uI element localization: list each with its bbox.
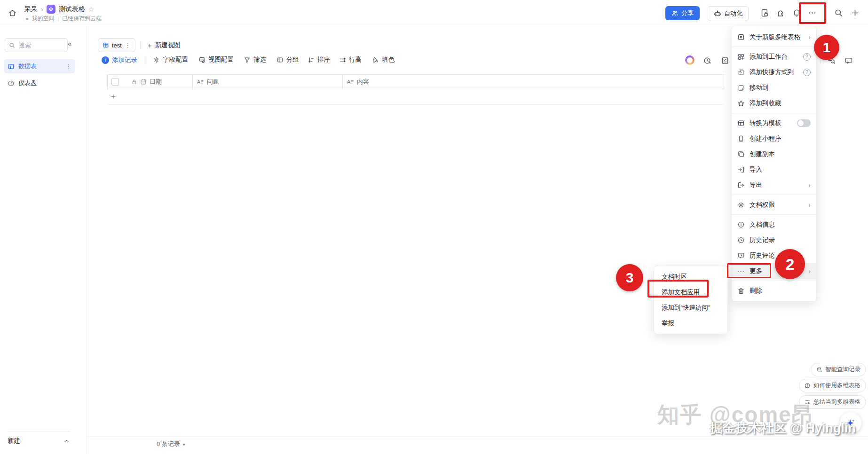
sidebar-item-label: 数据表 xyxy=(18,62,37,70)
view-config-button[interactable]: 视图配置 xyxy=(198,55,234,64)
search-button[interactable] xyxy=(832,7,844,19)
table-icon xyxy=(8,63,15,70)
template-button[interactable] xyxy=(758,7,771,19)
column-header-content[interactable]: A 内容 xyxy=(343,75,724,89)
search-input[interactable] xyxy=(18,41,57,49)
doc-icon xyxy=(47,5,55,14)
help-icon[interactable]: ? xyxy=(803,53,811,61)
new-label: 新建 xyxy=(8,437,20,445)
menu-item-doc-permission[interactable]: 文档权限 › xyxy=(732,197,816,212)
star-icon[interactable]: ☆ xyxy=(88,6,95,13)
tab-more-icon[interactable]: ⋮ xyxy=(125,42,131,49)
form-button[interactable] xyxy=(719,55,731,67)
robot-icon xyxy=(714,10,721,17)
breadcrumb-separator-icon: › xyxy=(41,6,43,13)
record-count[interactable]: 0 条记录 ▾ xyxy=(157,440,185,448)
column-label: 内容 xyxy=(357,78,369,86)
automation-button[interactable]: 自动化 xyxy=(708,6,749,21)
export-icon xyxy=(737,181,745,189)
tab-divider xyxy=(140,41,141,48)
annotation-box-more-item xyxy=(727,263,771,278)
calendar-icon xyxy=(140,78,147,85)
group-button[interactable]: 分组 xyxy=(276,55,299,64)
add-record-button[interactable]: + 添加记录 xyxy=(102,56,137,64)
add-row-button[interactable]: + xyxy=(107,89,724,105)
annotation-box-more-button xyxy=(799,2,826,24)
import-icon xyxy=(737,166,745,173)
question-chat-icon xyxy=(805,383,811,389)
breadcrumb-parent[interactable]: 呆呆 xyxy=(24,5,38,14)
sidebar: « 数据表 ⋮ 仪表盘 新建 xyxy=(0,26,87,454)
row-height-label: 行高 xyxy=(349,55,362,64)
collapse-sidebar-icon[interactable]: « xyxy=(68,39,71,47)
new-view-button[interactable]: + 新建视图 xyxy=(148,41,181,49)
help-icon[interactable]: ? xyxy=(803,69,811,76)
menu-item-delete[interactable]: 删除 xyxy=(732,283,816,298)
file-lock-icon xyxy=(760,8,769,17)
widgets-button[interactable] xyxy=(774,7,787,19)
fill-color-button[interactable]: 填色 xyxy=(372,55,395,64)
row-height-button[interactable]: 行高 xyxy=(339,55,362,64)
collaborator-avatar[interactable] xyxy=(685,55,694,65)
smart-query-icon xyxy=(816,367,822,373)
view-config-icon xyxy=(198,56,205,63)
menu-item-add-to-workbench[interactable]: 添加到工作台 ? xyxy=(732,49,816,64)
info-icon xyxy=(737,221,745,228)
comment-button[interactable] xyxy=(843,55,855,67)
doc-title[interactable]: 测试表格 xyxy=(59,5,85,14)
menu-item-duplicate[interactable]: 创建副本 xyxy=(732,146,816,162)
menu-item-doc-info[interactable]: 文档信息 xyxy=(732,217,816,232)
gear-icon xyxy=(153,56,160,63)
column-header-question[interactable]: A 问题 xyxy=(193,75,343,89)
more-submenu: 文档时区 添加文档应用 添加到“快速访问” 举报 xyxy=(654,266,728,334)
template-toggle[interactable] xyxy=(797,119,811,127)
automation-label: 自动化 xyxy=(724,9,742,18)
add-button[interactable] xyxy=(849,7,861,19)
plus-icon xyxy=(851,8,860,17)
copy-icon xyxy=(737,150,745,158)
home-button[interactable] xyxy=(6,7,18,19)
row-height-icon xyxy=(339,56,346,63)
space-label[interactable]: 我的空间 xyxy=(32,15,54,23)
sidebar-item-datatable[interactable]: 数据表 ⋮ xyxy=(4,59,75,73)
menu-item-import[interactable]: 导入 xyxy=(732,162,816,177)
field-config-label: 字段配置 xyxy=(163,55,188,64)
share-button[interactable]: 分享 xyxy=(665,6,700,20)
how-to-use-button[interactable]: 如何使用多维表格 xyxy=(799,379,866,392)
sort-button[interactable]: 排序 xyxy=(308,55,330,64)
dropdown-arrow-icon: ▾ xyxy=(183,442,185,447)
bitable-app: 呆呆 › 测试表格 ☆ ■ 我的空间 | 已经保存到云端 分享 自动化 xyxy=(0,0,868,454)
menu-item-about[interactable]: 关于新版多维表格 › xyxy=(732,29,816,45)
chevron-up-icon[interactable] xyxy=(63,438,70,444)
watermark-juejin: 掘金技术社区 @ Hyinglin xyxy=(710,420,856,437)
sidebar-search[interactable] xyxy=(5,38,68,52)
group-label: 分组 xyxy=(286,55,299,64)
smart-query-button[interactable]: 智能查询记录 xyxy=(811,363,866,376)
chevron-right-icon: › xyxy=(808,267,811,274)
menu-item-add-favorite[interactable]: 添加到收藏 xyxy=(732,95,816,111)
top-bar: 呆呆 › 测试表格 ☆ ■ 我的空间 | 已经保存到云端 分享 自动化 xyxy=(0,0,868,26)
puzzle-icon xyxy=(776,8,785,17)
history-button[interactable] xyxy=(701,55,713,67)
menu-item-add-shortcut[interactable]: 添加快捷方式到 ? xyxy=(732,64,816,80)
about-icon xyxy=(737,33,745,41)
filter-button[interactable]: 筛选 xyxy=(244,55,266,64)
save-status: 已经保存到云端 xyxy=(62,15,102,23)
menu-item-history[interactable]: 历史记录 xyxy=(732,232,816,248)
item-more-icon[interactable]: ⋮ xyxy=(65,63,71,70)
menu-item-convert-template[interactable]: 转换为模板 xyxy=(732,115,816,131)
menu-item-create-miniprogram[interactable]: 创建小程序 xyxy=(732,131,816,146)
field-config-button[interactable]: 字段配置 xyxy=(153,55,188,64)
annotation-badge-3: 3 xyxy=(616,264,643,291)
share-label: 分享 xyxy=(681,9,694,17)
select-all-checkbox[interactable] xyxy=(111,78,119,86)
menu-item-move-to[interactable]: 移动到 xyxy=(732,80,816,95)
menu-item-export[interactable]: 导出 › xyxy=(732,177,816,193)
submenu-item-add-quick-access[interactable]: 添加到“快速访问” xyxy=(654,300,727,315)
phone-icon xyxy=(737,135,745,142)
submenu-item-report[interactable]: 举报 xyxy=(654,315,727,331)
view-tab-test[interactable]: test ⋮ xyxy=(98,38,135,52)
sidebar-new-button[interactable]: 新建 xyxy=(8,437,70,445)
sidebar-item-dashboard[interactable]: 仪表盘 xyxy=(4,76,75,90)
column-header-date[interactable]: 日期 xyxy=(108,75,193,89)
